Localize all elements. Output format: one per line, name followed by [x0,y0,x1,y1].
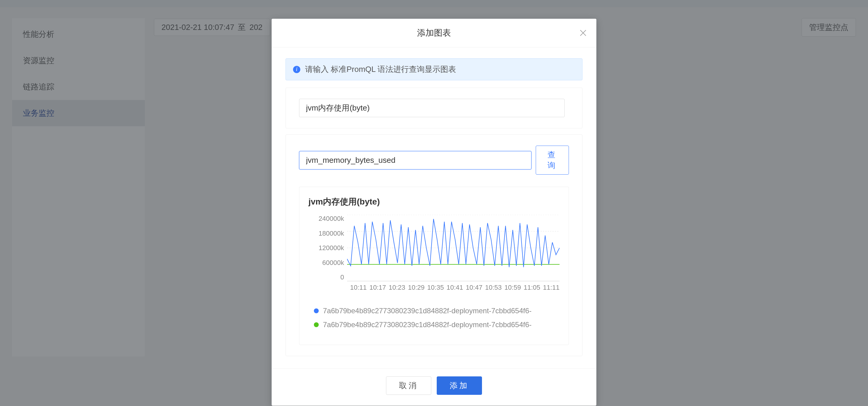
x-tick: 10:53 [485,284,502,291]
modal-header: 添加图表 [272,19,596,48]
legend-label: 7a6b79be4b89c2773080239c1d84882f-deploym… [323,307,531,315]
chart-plot: 240000k180000k120000k60000k0 [308,215,560,281]
x-tick: 10:35 [427,284,444,291]
x-axis: 10:1110:1710:2310:2910:3510:4110:4710:53… [308,281,560,291]
legend-color-dot [314,309,319,313]
x-tick: 10:23 [389,284,405,291]
legend-color-dot [314,322,319,327]
x-tick: 10:11 [350,284,367,291]
modal-footer: 取消 添加 [272,369,596,406]
x-tick: 10:29 [408,284,425,291]
modal-body: i 请输入 标准PromQL 语法进行查询显示图表 查询 jvm内存使用(byt… [272,48,596,369]
chart-title: jvm内存使用(byte) [308,196,560,207]
x-tick: 10:41 [446,284,463,291]
x-tick: 10:59 [504,284,521,291]
x-tick: 10:17 [369,284,386,291]
info-banner: i 请输入 标准PromQL 语法进行查询显示图表 [285,58,583,80]
chart-preview: jvm内存使用(byte) 240000k180000k120000k60000… [299,187,569,345]
chart-name-input[interactable] [299,99,565,117]
info-text: 请输入 标准PromQL 语法进行查询显示图表 [305,64,456,75]
y-tick: 180000k [319,230,344,237]
y-tick: 60000k [322,259,344,267]
x-tick: 11:05 [524,284,540,291]
y-tick: 0 [340,273,344,281]
chart-legend: 7a6b79be4b89c2773080239c1d84882f-deploym… [308,307,560,329]
confirm-button[interactable]: 添加 [437,376,482,395]
query-button[interactable]: 查询 [536,146,569,175]
y-axis: 240000k180000k120000k60000k0 [308,215,347,281]
cancel-button[interactable]: 取消 [386,376,431,395]
chart-name-section [285,88,583,128]
add-chart-modal: 添加图表 i 请输入 标准PromQL 语法进行查询显示图表 查询 jvm内存使… [272,19,596,406]
x-tick: 11:11 [543,284,560,291]
plot-area [347,215,560,281]
x-tick: 10:47 [466,284,482,291]
close-icon[interactable] [578,28,588,38]
modal-title: 添加图表 [417,28,451,37]
y-tick: 120000k [319,244,344,252]
legend-item[interactable]: 7a6b79be4b89c2773080239c1d84882f-deploym… [314,307,560,315]
legend-item[interactable]: 7a6b79be4b89c2773080239c1d84882f-deploym… [314,320,560,329]
promql-input[interactable] [299,151,531,170]
y-tick: 240000k [319,215,344,223]
legend-label: 7a6b79be4b89c2773080239c1d84882f-deploym… [323,320,531,329]
query-section: 查询 jvm内存使用(byte) 240000k180000k120000k60… [285,135,583,356]
info-icon: i [293,66,300,73]
query-row: 查询 [299,146,569,175]
